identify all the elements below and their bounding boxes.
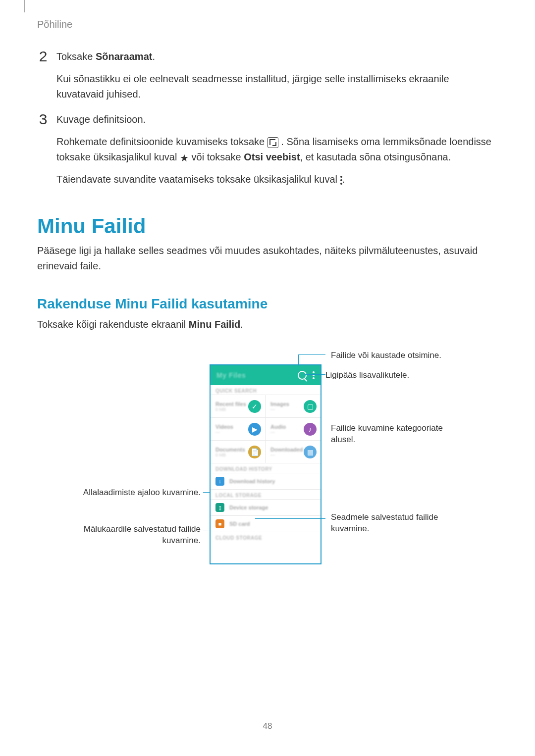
search-icon[interactable] (298, 371, 307, 380)
step-3-line-3: Täiendavate suvandite vaatamiseks toksak… (56, 172, 498, 187)
callout-sdcard: Mälukaardile salvestatud failide kuvamin… (72, 524, 201, 547)
expand-icon (268, 137, 278, 148)
local-storage-label: LOCAL STORAGE (211, 490, 321, 499)
callout-categories: Failide kuvamine kategooriate alusel. (331, 423, 460, 446)
page-number: 48 (0, 721, 535, 731)
videos-icon: ▶ (248, 423, 261, 436)
callout-search: Failide või kaustade otsimine. (331, 350, 441, 361)
step-number-3: 3 (37, 112, 49, 187)
app-title-blurred: My Files (216, 371, 246, 379)
section-intro: Pääsege ligi ja hallake selles seadmes v… (37, 243, 498, 274)
app-header-bar: My Files (211, 365, 321, 385)
step-2-line-2: Kui sõnastikku ei ole eelnevalt seadmess… (56, 71, 498, 102)
star-icon: ★ (180, 153, 189, 163)
device-storage-icon: ▯ (215, 503, 224, 512)
sd-card-icon: ■ (215, 519, 224, 528)
page-header: Põhiline (37, 19, 498, 30)
callout-device: Seadmele salvestatud failide kuvamine. (331, 512, 460, 535)
downloaded-icon: ▦ (304, 446, 317, 458)
cloud-storage-label: CLOUD STORAGE (211, 532, 321, 542)
recent-icon: ✓ (248, 400, 261, 413)
download-history-label: DOWNLOAD HISTORY (211, 463, 321, 473)
step-2-line-1: Toksake Sõnaraamat. (56, 49, 498, 64)
step-number-2: 2 (37, 49, 49, 102)
more-options-icon[interactable] (313, 370, 315, 380)
quick-search-label: QUICK SEARCH (211, 385, 321, 395)
download-history-icon: ↓ (215, 477, 224, 486)
app-diagram: My Files QUICK SEARCH Recent files0 MB✓ … (37, 354, 498, 602)
callout-options: Ligipääs lisavalikutele. (325, 370, 409, 381)
images-icon: ▢ (304, 400, 317, 413)
usage-text: Toksake kõigi rakenduste ekraanil Minu F… (37, 317, 498, 332)
device-storage-row[interactable]: ▯ Device storage (211, 500, 321, 516)
download-history-row[interactable]: ↓ Download history (211, 473, 321, 490)
section-title-minu-failid: Minu Failid (37, 214, 498, 238)
step-3-line-2: Rohkemate definitsioonide kuvamiseks tok… (56, 134, 498, 165)
phone-screenshot: My Files QUICK SEARCH Recent files0 MB✓ … (210, 364, 321, 564)
callout-downloads: Allalaadimiste ajaloo kuvamine. (72, 487, 201, 499)
more-vert-icon (340, 176, 342, 185)
documents-icon: 📄 (248, 446, 261, 458)
usage-subtitle: Rakenduse Minu Failid kasutamine (37, 296, 498, 312)
categories-grid[interactable]: Recent files0 MB✓ Images—▢ Videos—▶ Audi… (211, 395, 321, 463)
step-3-line-1: Kuvage definitsioon. (56, 112, 498, 127)
